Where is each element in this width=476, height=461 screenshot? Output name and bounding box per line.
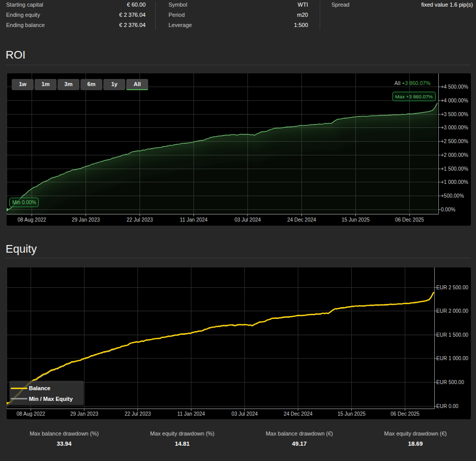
svg-text:+2 000.00%: +2 000.00%: [441, 152, 468, 158]
svg-text:11 Jan 2024: 11 Jan 2024: [180, 217, 208, 223]
svg-text:24 Dec 2024: 24 Dec 2024: [287, 217, 316, 223]
svg-text:Max +3 860.07%: Max +3 860.07%: [395, 94, 433, 99]
svg-text:EUR 2 500.00: EUR 2 500.00: [436, 285, 468, 290]
svg-text:+4 000.00%: +4 000.00%: [441, 98, 468, 103]
svg-text:22 Jul 2023: 22 Jul 2023: [125, 411, 151, 417]
svg-text:Min 0.00%: Min 0.00%: [12, 200, 36, 205]
svg-text:+3 000.00%: +3 000.00%: [441, 125, 468, 130]
svg-text:29 Jan 2023: 29 Jan 2023: [70, 411, 98, 417]
svg-text:03 Jul 2024: 03 Jul 2024: [232, 411, 258, 417]
svg-text:EUR 1 000.00: EUR 1 000.00: [436, 356, 468, 361]
svg-text:08 Aug 2022: 08 Aug 2022: [16, 411, 45, 417]
svg-text:08 Aug 2022: 08 Aug 2022: [17, 217, 46, 223]
svg-text:11 Jan 2024: 11 Jan 2024: [177, 411, 205, 417]
svg-text:22 Jul 2023: 22 Jul 2023: [127, 217, 153, 223]
svg-text:24 Dec 2024: 24 Dec 2024: [284, 411, 313, 417]
svg-text:03 Jul 2024: 03 Jul 2024: [235, 217, 261, 223]
svg-text:EUR 0.00: EUR 0.00: [436, 403, 459, 409]
svg-text:+1 500.00%: +1 500.00%: [441, 166, 468, 172]
svg-text:Balance: Balance: [29, 385, 50, 391]
svg-text:All: All: [395, 80, 401, 86]
svg-text:06 Dec 2025: 06 Dec 2025: [390, 411, 419, 417]
svg-text:+500.00%: +500.00%: [441, 193, 464, 199]
svg-text:15 Jun 2025: 15 Jun 2025: [342, 217, 370, 223]
svg-text:15 Jun 2025: 15 Jun 2025: [338, 411, 366, 417]
svg-text:EUR 500.00: EUR 500.00: [436, 379, 464, 385]
svg-text:29 Jan 2023: 29 Jan 2023: [72, 217, 100, 223]
svg-text:+2 500.00%: +2 500.00%: [441, 139, 468, 144]
svg-text:EUR 1 500.00: EUR 1 500.00: [436, 332, 468, 338]
svg-text:+3 860.07%: +3 860.07%: [402, 80, 430, 86]
svg-text:Min / Max Equity: Min / Max Equity: [29, 396, 73, 402]
svg-text:EUR 2 000.00: EUR 2 000.00: [436, 308, 468, 314]
svg-text:+1 000.00%: +1 000.00%: [441, 179, 468, 185]
svg-text:+4 500.00%: +4 500.00%: [441, 84, 468, 90]
svg-text:06 Dec 2025: 06 Dec 2025: [395, 217, 424, 223]
svg-text:0.00%: 0.00%: [441, 207, 455, 212]
svg-text:+3 500.00%: +3 500.00%: [441, 112, 468, 117]
